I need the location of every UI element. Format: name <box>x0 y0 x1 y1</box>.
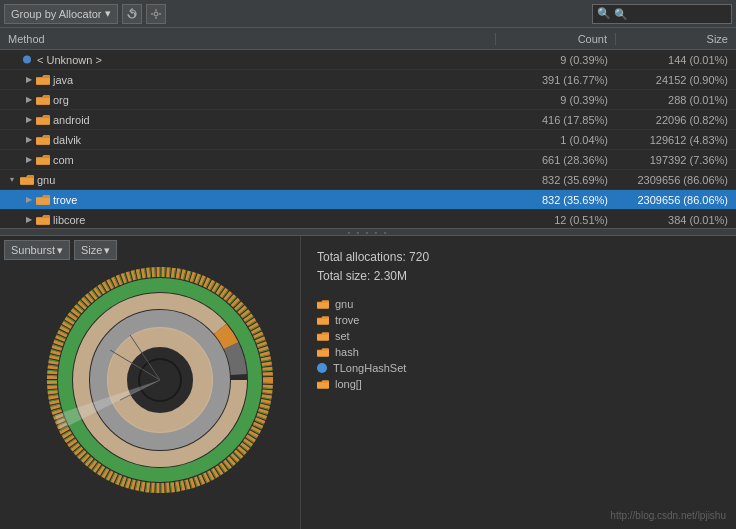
size-cell: 2309656 (86.06%) <box>616 194 736 206</box>
info-panel: Total allocations: 720 Total size: 2.30M… <box>300 236 736 529</box>
row-label: < Unknown > <box>37 54 102 66</box>
table-row[interactable]: ▶ trove 832 (35.69%) 2309656 (86.06%) <box>0 190 736 210</box>
legend-item: trove <box>317 314 720 326</box>
metric-button[interactable]: Size ▾ <box>74 240 117 260</box>
count-value: 9 (0.39%) <box>560 54 608 66</box>
main-toolbar: Group by Allocator ▾ 🔍 <box>0 0 736 28</box>
legend-label: hash <box>335 346 359 358</box>
search-icon: 🔍 <box>597 7 611 20</box>
expand-arrow-icon[interactable]: ▶ <box>26 155 36 164</box>
table-body: < Unknown > 9 (0.39%) 144 (0.01%) ▶ java… <box>0 50 736 228</box>
size-column-header: Size <box>616 33 736 45</box>
legend-item: gnu <box>317 298 720 310</box>
row-label: com <box>53 154 74 166</box>
legend-list: gnu trove set hashTLongHashSet long[] <box>317 298 720 390</box>
table-row[interactable]: ▶ java 391 (16.77%) 24152 (0.90%) <box>0 70 736 90</box>
count-cell: 9 (0.39%) <box>496 94 616 106</box>
chart-type-arrow: ▾ <box>57 244 63 257</box>
method-cell: ▾ gnu <box>0 174 496 186</box>
watermark: http://blog.csdn.net/lpjishu <box>610 510 726 521</box>
group-by-label: Group by Allocator <box>11 8 102 20</box>
row-label: libcore <box>53 214 85 226</box>
size-value: 197392 (7.36%) <box>650 154 728 166</box>
table-row[interactable]: ▶ com 661 (28.36%) 197392 (7.36%) <box>0 150 736 170</box>
count-value: 416 (17.85%) <box>542 114 608 126</box>
row-label: trove <box>53 194 77 206</box>
legend-item: set <box>317 330 720 342</box>
table-row[interactable]: ▶ android 416 (17.85%) 22096 (0.82%) <box>0 110 736 130</box>
metric-arrow: ▾ <box>104 244 110 257</box>
size-value: 288 (0.01%) <box>668 94 728 106</box>
size-value: 144 (0.01%) <box>668 54 728 66</box>
dropdown-arrow-icon: ▾ <box>105 7 111 20</box>
size-value: 2309656 (86.06%) <box>637 174 728 186</box>
sunburst-chart <box>0 236 300 500</box>
count-cell: 416 (17.85%) <box>496 114 616 126</box>
legend-label: gnu <box>335 298 353 310</box>
method-cell: ▶ dalvik <box>0 134 496 146</box>
size-cell: 144 (0.01%) <box>616 54 736 66</box>
table-row[interactable]: ▶ org 9 (0.39%) 288 (0.01%) <box>0 90 736 110</box>
method-cell: ▶ libcore <box>0 214 496 226</box>
row-label: org <box>53 94 69 106</box>
count-cell: 832 (35.69%) <box>496 174 616 186</box>
size-value: 24152 (0.90%) <box>656 74 728 86</box>
refresh-button[interactable] <box>122 4 142 24</box>
expand-arrow-icon[interactable]: ▾ <box>10 175 20 184</box>
expand-arrow-icon[interactable]: ▶ <box>26 195 36 204</box>
count-value: 832 (35.69%) <box>542 194 608 206</box>
expand-arrow-icon[interactable]: ▶ <box>26 75 36 84</box>
size-cell: 22096 (0.82%) <box>616 114 736 126</box>
allocation-table: Method Count Size < Unknown > 9 (0.39%) … <box>0 28 736 228</box>
table-row[interactable]: ▶ dalvik 1 (0.04%) 129612 (4.83%) <box>0 130 736 150</box>
method-cell: ▶ com <box>0 154 496 166</box>
metric-label: Size <box>81 244 102 256</box>
legend-item: long[] <box>317 378 720 390</box>
legend-item: hash <box>317 346 720 358</box>
legend-label: set <box>335 330 350 342</box>
table-row[interactable]: ▶ libcore 12 (0.51%) 384 (0.01%) <box>0 210 736 228</box>
count-cell: 391 (16.77%) <box>496 74 616 86</box>
table-row[interactable]: ▾ gnu 832 (35.69%) 2309656 (86.06%) <box>0 170 736 190</box>
expand-arrow-icon[interactable]: ▶ <box>26 115 36 124</box>
expand-arrow-icon[interactable]: ▶ <box>26 135 36 144</box>
method-cell: ▶ trove <box>0 194 496 206</box>
total-allocations: Total allocations: 720 Total size: 2.30M <box>317 248 720 286</box>
sunburst-label: Sunburst <box>11 244 55 256</box>
count-value: 832 (35.69%) <box>542 174 608 186</box>
size-value: 129612 (4.83%) <box>650 134 728 146</box>
size-value: 384 (0.01%) <box>668 214 728 226</box>
count-cell: 661 (28.36%) <box>496 154 616 166</box>
expand-arrow-icon[interactable]: ▶ <box>26 95 36 104</box>
search-box: 🔍 <box>592 4 732 24</box>
method-cell: ▶ java <box>0 74 496 86</box>
count-value: 391 (16.77%) <box>542 74 608 86</box>
method-column-header: Method <box>0 33 496 45</box>
bottom-panel: Sunburst ▾ Size ▾ <box>0 236 736 529</box>
count-cell: 1 (0.04%) <box>496 134 616 146</box>
sunburst-type-button[interactable]: Sunburst ▾ <box>4 240 70 260</box>
table-row[interactable]: < Unknown > 9 (0.39%) 144 (0.01%) <box>0 50 736 70</box>
method-cell: ▶ android <box>0 114 496 126</box>
count-column-header: Count <box>496 33 616 45</box>
size-cell: 129612 (4.83%) <box>616 134 736 146</box>
expand-arrow-icon[interactable]: ▶ <box>26 215 36 224</box>
legend-label: trove <box>335 314 359 326</box>
count-value: 9 (0.39%) <box>560 94 608 106</box>
toolbar-left: Group by Allocator ▾ <box>4 4 166 24</box>
count-cell: 12 (0.51%) <box>496 214 616 226</box>
settings-button[interactable] <box>146 4 166 24</box>
count-value: 1 (0.04%) <box>560 134 608 146</box>
legend-label: TLongHashSet <box>333 362 406 374</box>
legend-item: TLongHashSet <box>317 362 720 374</box>
panel-divider[interactable]: • • • • • <box>0 228 736 236</box>
size-cell: 384 (0.01%) <box>616 214 736 226</box>
search-input[interactable] <box>614 8 729 20</box>
size-value: 22096 (0.82%) <box>656 114 728 126</box>
method-cell: < Unknown > <box>0 54 496 66</box>
row-label: gnu <box>37 174 55 186</box>
row-label: java <box>53 74 73 86</box>
method-cell: ▶ org <box>0 94 496 106</box>
group-by-button[interactable]: Group by Allocator ▾ <box>4 4 118 24</box>
row-label: android <box>53 114 90 126</box>
